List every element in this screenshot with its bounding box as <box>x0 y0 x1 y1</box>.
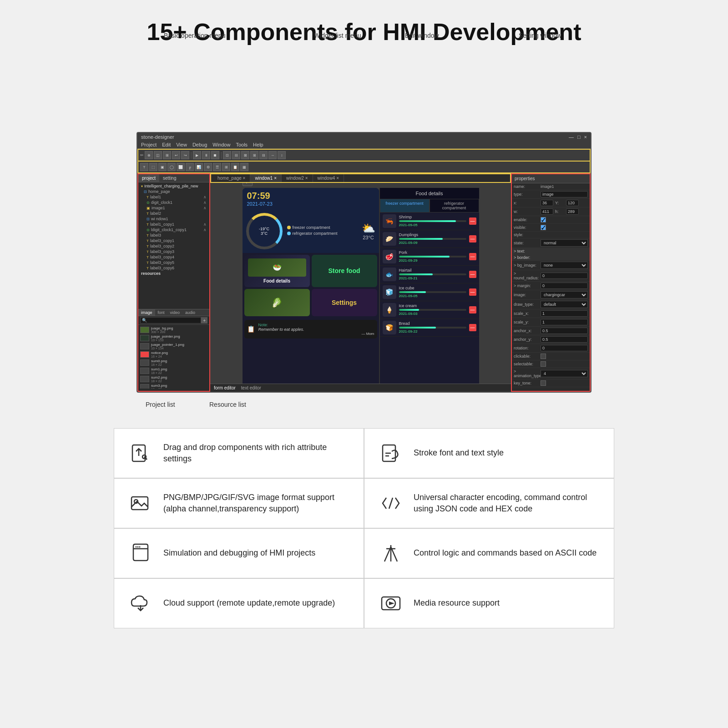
tab-homepage[interactable]: home_page × <box>213 174 250 182</box>
bottom-tab-form[interactable]: form editor <box>214 385 236 390</box>
prop-clickable-checkbox[interactable] <box>541 354 546 359</box>
toolbar-btn-14[interactable]: ↔ <box>268 151 277 159</box>
prop-margin-value[interactable]: 0 <box>541 283 588 289</box>
tree-item-window1[interactable]: ⊡wi ndow1 <box>139 216 208 222</box>
toolbar-btn-11[interactable]: ⊠ <box>241 151 249 159</box>
res-item-0[interactable]: juage_bg.png 300 × 200 <box>139 326 208 334</box>
prop-scale-x-value[interactable]: 1 <box>541 310 588 317</box>
toolbar-btn-13[interactable]: ⊟ <box>259 151 268 159</box>
tab-window1[interactable]: window1 × <box>250 174 282 182</box>
prop-h-value[interactable]: 289 <box>566 208 579 215</box>
food-del-3[interactable]: — <box>469 271 476 278</box>
project-tab[interactable]: project <box>138 174 159 182</box>
nav-settings[interactable]: Settings <box>312 289 377 316</box>
tree-item-label1[interactable]: Tlabel1∧ <box>139 194 208 200</box>
prop-round-radius-value[interactable]: 0 <box>541 273 588 279</box>
food-del-5[interactable]: — <box>469 306 476 313</box>
toolbar-btn-5[interactable]: ↪ <box>181 151 189 159</box>
toolbar-btn-3[interactable]: ⊞ <box>163 151 171 159</box>
prop-anim-type-select[interactable]: 4 <box>541 370 588 377</box>
food-tab-fridge[interactable]: refrigerator compartment <box>430 199 479 212</box>
toolbar2-btn-1[interactable]: T <box>140 163 148 171</box>
prop-x-value[interactable]: 36 <box>541 200 553 206</box>
menu-project[interactable]: Project <box>141 142 157 147</box>
toolbar2-btn-6[interactable]: ╔ <box>186 163 194 171</box>
tree-item-label3c6[interactable]: Tlabel3_copy6 <box>139 265 208 271</box>
prop-selectable-checkbox[interactable] <box>541 361 546 367</box>
toolbar2-btn-10[interactable]: ⊞ <box>222 163 230 171</box>
tab-window4[interactable]: window4 × <box>313 174 344 182</box>
food-tab-freezer[interactable]: freezer compartment <box>380 199 430 212</box>
bottom-tab-text[interactable]: text editor <box>241 385 261 390</box>
res-tab-font[interactable]: font <box>155 309 167 316</box>
res-item-1[interactable]: juage_pointer.png 13 × 153 <box>139 334 208 342</box>
prop-anchor-x-value[interactable]: 0.5 <box>541 328 588 334</box>
res-item-notice[interactable]: notice.png 16 × 24 <box>139 350 208 359</box>
maximize-btn[interactable]: □ <box>577 134 581 140</box>
toolbar-btn-6[interactable]: ▶ <box>193 151 201 159</box>
menu-help[interactable]: Help <box>253 142 263 147</box>
toolbar2-btn-3[interactable]: ▣ <box>158 163 167 171</box>
toolbar-btn-7[interactable]: ⏸ <box>202 151 210 159</box>
res-item-sum2[interactable]: sum2.png 18 × 22 <box>139 375 208 383</box>
prop-image-select[interactable]: chargingcar <box>541 291 588 298</box>
resource-add-btn[interactable]: + <box>201 317 207 324</box>
toolbar-btn-12[interactable]: ⊞ <box>250 151 258 159</box>
menu-view[interactable]: View <box>176 142 187 147</box>
menu-debug[interactable]: Debug <box>192 142 207 147</box>
res-item-sum1[interactable]: sum1.png 18 × 22 <box>139 367 208 375</box>
toolbar2-btn-12[interactable]: ▦ <box>240 163 248 171</box>
prop-rotation-value[interactable]: 0 <box>541 345 588 351</box>
food-del-1[interactable]: — <box>469 235 476 243</box>
res-item-2[interactable]: juage_pointer_1.png 10 × 154 <box>139 342 208 350</box>
toolbar2-btn-4[interactable]: ◯ <box>167 163 176 171</box>
tree-item-label3c1[interactable]: Tlabel3_copy1 <box>139 238 208 243</box>
prop-draw-type-select[interactable]: default <box>541 301 588 308</box>
tree-item-clockc[interactable]: ⊙ldigit_clock1_copy1∧ <box>139 227 208 233</box>
food-del-0[interactable]: — <box>469 217 476 225</box>
res-tab-video[interactable]: video <box>167 309 183 316</box>
prop-enable-checkbox[interactable]: ✓ <box>541 217 546 222</box>
res-tab-image[interactable]: image <box>138 309 155 316</box>
tree-item-label2[interactable]: Tlabel2 <box>139 211 208 216</box>
tree-item-label1c[interactable]: Tlabel1_copy1∧ <box>139 222 208 227</box>
res-tab-audio[interactable]: audio <box>182 309 198 316</box>
tree-item-label3[interactable]: Tlabel3 <box>139 233 208 238</box>
prop-state-select[interactable]: normal <box>541 239 588 247</box>
prop-key-tone-checkbox[interactable] <box>541 380 546 386</box>
nav-food-details[interactable]: 🥗 Food details <box>244 255 310 287</box>
undo-button[interactable]: ↩ <box>243 183 253 186</box>
menu-edit[interactable]: Edit <box>162 142 171 147</box>
toolbar-btn-4[interactable]: ↩ <box>172 151 180 159</box>
toolbar-btn-8[interactable]: ⏹ <box>211 151 219 159</box>
minimize-btn[interactable]: — <box>569 134 574 140</box>
prop-y-value[interactable]: 120 <box>566 200 579 206</box>
toolbar2-btn-5[interactable]: ⬜ <box>177 163 185 171</box>
tree-item-label3c3[interactable]: Tlabel3_copy3 <box>139 249 208 254</box>
prop-anchor-y-value[interactable]: 0.5 <box>541 336 588 343</box>
tab-window2[interactable]: window2 × <box>282 174 313 182</box>
toolbar-btn-9[interactable]: ⊡ <box>223 151 231 159</box>
tree-item-label3c5[interactable]: Tlabel3_copy5 <box>139 260 208 265</box>
prop-bg-image-select[interactable]: none <box>541 262 588 269</box>
prop-visible-checkbox[interactable]: ✓ <box>541 225 546 230</box>
tree-item-label3c2[interactable]: Tlabel3_copy2 <box>139 243 208 249</box>
nav-store-food[interactable]: Store food <box>312 255 377 287</box>
food-del-4[interactable]: — <box>469 288 476 296</box>
setting-tab[interactable]: setting <box>159 174 180 182</box>
toolbar-btn-15[interactable]: ↕ <box>278 151 286 159</box>
toolbar2-btn-9[interactable]: ☰ <box>213 163 221 171</box>
tree-item-label3c4[interactable]: Tlabel3_copy4 <box>139 254 208 260</box>
toolbar2-btn-7[interactable]: 📊 <box>195 163 203 171</box>
prop-w-value[interactable]: 411 <box>541 208 553 215</box>
tree-item-home[interactable]: ⊡home_page <box>139 189 208 194</box>
menu-window[interactable]: Window <box>212 142 230 147</box>
food-del-6[interactable]: — <box>469 324 476 331</box>
tree-item-image[interactable]: ▣image1∧ <box>139 205 208 211</box>
prop-scale-y-value[interactable]: 1 <box>541 319 588 325</box>
close-btn[interactable]: × <box>584 134 587 140</box>
toolbar-btn-2[interactable]: ◫ <box>154 151 162 159</box>
toolbar2-btn-8[interactable]: ⚙ <box>204 163 212 171</box>
menu-tools[interactable]: Tools <box>236 142 248 147</box>
toolbar-btn-1[interactable]: ⊕ <box>145 151 153 159</box>
